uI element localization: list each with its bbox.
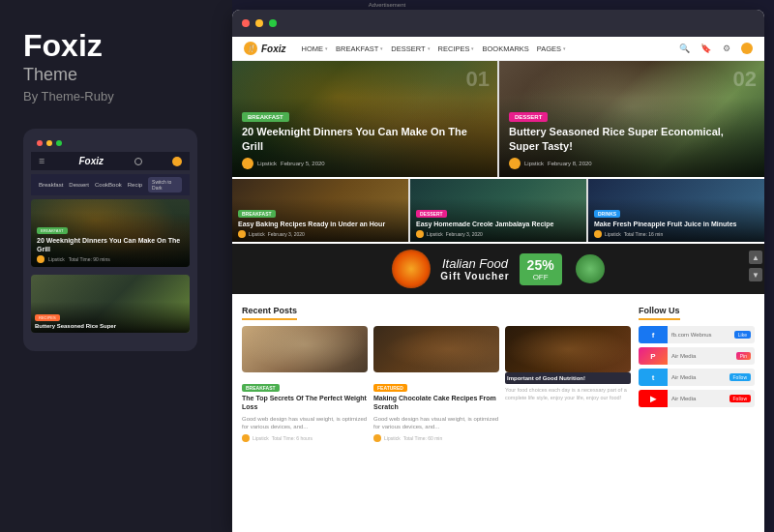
bookmark-icon[interactable]: 🔖 [699, 42, 712, 55]
sub-card-3-overlay: DRINKS Make Fresh Pineapple Fruit Juice … [588, 198, 764, 242]
sub-card-3-author: Lipstick [605, 231, 621, 237]
ad-pizza-img [392, 250, 431, 288]
hero-card-1[interactable]: 01 BREAKFAST 20 Weeknight Dinners You Ca… [232, 61, 497, 177]
hero-card-1-overlay: BREAKFAST 20 Weeknight Dinners You Can M… [232, 98, 497, 177]
chrome-dot-close[interactable] [242, 19, 250, 27]
facebook-icon: f [639, 326, 668, 343]
sub-card-2-avatar [416, 230, 424, 238]
mobile-second-title: Buttery Seasoned Rice Super [35, 323, 186, 329]
sub-card-3-meta: Lipstick Total Time: 16 min [594, 230, 759, 238]
sub-card-1-author: Lipstick [249, 231, 265, 237]
youtube-icon: ▶ [639, 390, 668, 407]
mobile-nav-dessert: Dessert [69, 182, 89, 188]
hero-card-2[interactable]: 02 DESSERT Buttery Seasoned Rice Super E… [499, 61, 764, 177]
hero-card-2-avatar [509, 158, 521, 169]
nav-home[interactable]: HOME ▾ [302, 44, 329, 53]
mobile-hero-time: Total Time: 90 mins [69, 256, 110, 262]
nav-bookmarks[interactable]: BOOKMARKS [482, 44, 528, 53]
follow-item-pinterest[interactable]: P Air Media Pin [639, 347, 755, 365]
recent-card-3[interactable]: Important of Good Nutrition! Your food c… [505, 326, 631, 442]
bottom-section: Recent Posts BREAKFAST The Top Secrets O… [232, 294, 764, 532]
mobile-hero-avatar [37, 255, 45, 263]
hero-card-2-date: February 8, 2020 [548, 161, 592, 166]
mobile-hero-card[interactable]: BREAKFAST 20 Weeknight Dinners You Can M… [31, 199, 190, 267]
recent-card-1[interactable]: BREAKFAST The Top Secrets Of The Perfect… [242, 326, 368, 442]
follow-item-twitter[interactable]: t Air Media Follow [639, 369, 755, 386]
browser-chrome [232, 10, 764, 37]
ad-leaf-img [576, 254, 605, 283]
recent-card-1-author: Lipstick [253, 435, 269, 441]
search-icon[interactable]: 🔍 [677, 42, 691, 55]
follow-facebook-btn[interactable]: Like [734, 331, 751, 339]
ad-discount-label: OFF [527, 273, 554, 281]
follow-facebook-name: fb.com Webnus [671, 332, 730, 338]
chrome-dot-fullscreen[interactable] [269, 19, 277, 27]
recent-card-2-avatar [373, 434, 381, 442]
ad-title: Italian Food [440, 256, 509, 271]
recent-card-2-img [373, 326, 499, 372]
left-panel: Foxiz Theme By Theme-Ruby ☰ Foxiz Breakf… [0, 0, 232, 532]
chrome-dot-minimize[interactable] [255, 19, 263, 27]
sub-card-1[interactable]: BREAKFAST Easy Baking Recipes Ready in U… [232, 179, 408, 242]
site-logo-text: Foxiz [261, 44, 286, 54]
follow-facebook-info: fb.com Webnus Like [668, 326, 755, 343]
nav-pages[interactable]: PAGES ▾ [537, 44, 566, 53]
sub-card-2-date: February 3, 2020 [446, 231, 483, 237]
ad-text-block: Italian Food Gift Voucher [440, 256, 509, 281]
nav-recipes[interactable]: RECIPES ▾ [438, 44, 475, 53]
scroll-down-btn[interactable]: ▼ [749, 268, 762, 281]
follow-us-section: Follow Us f fb.com Webnus Like P Air Med… [639, 300, 755, 526]
follow-youtube-btn[interactable]: Follow [729, 395, 751, 402]
recent-card-2-meta: Lipstick Total Time: 60 min [373, 434, 499, 442]
mobile-preview: ☰ Foxiz Breakfast Dessert CookBook Recip… [23, 129, 197, 351]
mobile-hero-badge: BREAKFAST [37, 227, 68, 234]
recent-card-2-time: Total Time: 60 min [403, 435, 443, 441]
hero-card-2-meta: Lipstick February 8, 2020 [509, 158, 755, 169]
hero-grid: 01 BREAKFAST 20 Weeknight Dinners You Ca… [232, 61, 764, 177]
hero-card-2-title: Buttery Seasoned Rice Super Economical, … [509, 125, 755, 154]
mobile-switch-dark-btn[interactable]: Switch to Dark [148, 177, 182, 192]
mobile-hero-meta: Lipstick Total Time: 90 mins [37, 255, 184, 263]
settings-icon[interactable]: ⚙ [720, 42, 733, 55]
mobile-avatar [172, 157, 182, 166]
scroll-up-btn[interactable]: ▲ [749, 251, 762, 264]
follow-twitter-name: Air Media [671, 374, 726, 380]
sub-card-3-badge: DRINKS [594, 210, 620, 218]
recent-cards-grid: BREAKFAST The Top Secrets Of The Perfect… [242, 326, 631, 442]
mobile-nav-recipe: Recip [128, 182, 142, 188]
mobile-second-card[interactable]: RECIPES Buttery Seasoned Rice Super [31, 275, 190, 333]
sub-card-3-time: Total Time: 16 min [624, 231, 664, 237]
brand-title: Foxiz [23, 29, 209, 63]
recent-card-1-time: Total Time: 6 hours [272, 435, 313, 441]
recent-card-2-badge: FEATURED [373, 384, 407, 392]
mobile-navbar: ☰ Foxiz [31, 152, 190, 170]
twitter-icon: t [639, 369, 668, 386]
sub-card-2-meta: Lipstick February 3, 2020 [416, 230, 580, 238]
follow-pinterest-btn[interactable]: Pin [736, 352, 751, 360]
recent-card-3-title: Important of Good Nutrition! [505, 372, 631, 384]
follow-twitter-btn[interactable]: Follow [729, 373, 751, 381]
brand-author: By Theme-Ruby [23, 89, 209, 103]
mobile-hero-title: 20 Weeknight Dinners You Can Make On The… [37, 236, 184, 253]
user-avatar[interactable] [741, 43, 753, 54]
recent-card-2[interactable]: FEATURED Making Chocolate Cake Recipes F… [373, 326, 499, 442]
hero-card-2-overlay: DESSERT Buttery Seasoned Rice Super Econ… [499, 98, 764, 177]
nav-dessert[interactable]: DESSERT ▾ [391, 44, 430, 53]
mobile-nav-links: Breakfast Dessert CookBook Recip Switch … [31, 174, 190, 195]
mobile-dot-green [56, 140, 62, 146]
nav-breakfast[interactable]: BREAKFAST ▾ [336, 44, 383, 53]
sub-card-1-title: Easy Baking Recipes Ready in Under an Ho… [238, 220, 402, 228]
follow-twitter-info: Air Media Follow [668, 369, 755, 386]
mobile-search-icon [134, 158, 142, 165]
sub-card-2[interactable]: DESSERT Easy Homemade Creole Jambalaya R… [410, 179, 586, 242]
follow-pinterest-info: Air Media Pin [668, 347, 755, 365]
browser-content: 🍴 Foxiz HOME ▾ BREAKFAST ▾ DESSERT ▾ REC… [232, 37, 764, 532]
sub-card-3[interactable]: DRINKS Make Fresh Pineapple Fruit Juice … [588, 179, 764, 242]
site-logo-icon: 🍴 [244, 42, 257, 55]
mobile-dot-red [37, 140, 43, 146]
mobile-nav-cookbook: CookBook [95, 182, 122, 188]
brand-subtitle: Theme [23, 65, 209, 85]
follow-item-facebook[interactable]: f fb.com Webnus Like [639, 326, 755, 343]
follow-item-youtube[interactable]: ▶ Air Media Follow [639, 390, 755, 407]
hero-card-2-number: 02 [733, 67, 757, 92]
